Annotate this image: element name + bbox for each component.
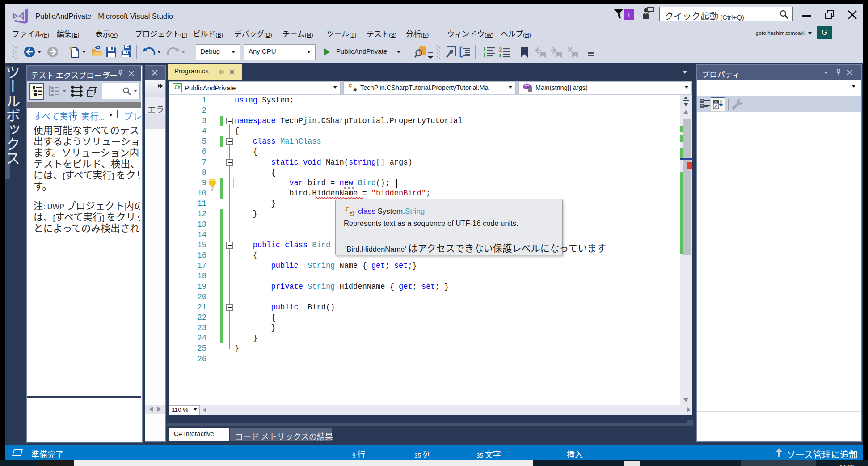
- svg-text:Z: Z: [714, 104, 717, 109]
- svg-text:2: 2: [499, 47, 502, 53]
